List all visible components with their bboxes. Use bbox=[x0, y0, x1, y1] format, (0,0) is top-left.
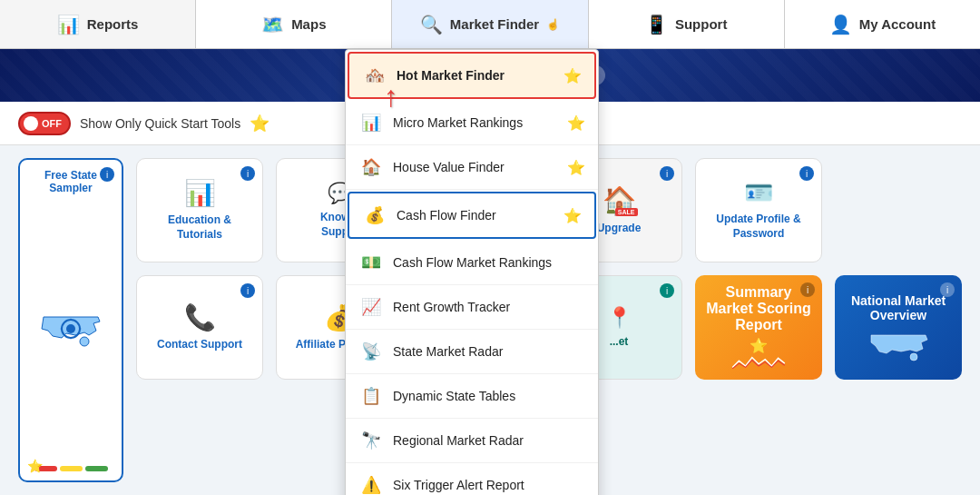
card-free-state-sampler[interactable]: i Free State Sampler ⭐ bbox=[18, 158, 123, 482]
sale-badge: SALE bbox=[615, 208, 638, 216]
six-trigger-icon: ⚠️ bbox=[358, 472, 384, 495]
cursor-icon: ☝ bbox=[546, 18, 560, 31]
market-tool-icon: 📍 bbox=[607, 306, 632, 330]
summary-info-icon[interactable]: i bbox=[800, 282, 815, 297]
dropdown-label-cash-flow-rankings: Cash Flow Market Rankings bbox=[393, 255, 552, 270]
nav-tab-market-finder[interactable]: 🔍 Market Finder ☝ bbox=[392, 0, 588, 48]
summary-star: ⭐ bbox=[750, 337, 768, 354]
svg-point-2 bbox=[66, 324, 75, 333]
rent-growth-icon: 📈 bbox=[358, 294, 384, 320]
dropdown-item-house-value-finder[interactable]: 🏠 House Value Finder ⭐ bbox=[346, 145, 598, 190]
nav-tab-maps[interactable]: 🗺️ Maps bbox=[196, 0, 392, 48]
national-map-svg bbox=[867, 326, 930, 362]
market-finder-dropdown: 🏘️ Hot Market Finder ⭐ 📊 Micro Market Ra… bbox=[345, 49, 599, 495]
nav-label-market-finder: Market Finder bbox=[450, 16, 539, 32]
red-arrow-indicator: ↑ bbox=[384, 80, 398, 114]
cash-flow-rankings-icon: 💵 bbox=[358, 250, 384, 275]
cash-flow-finder-icon: 💰 bbox=[362, 203, 387, 228]
fss-color-bars bbox=[34, 466, 108, 471]
dropdown-label-hot-market-finder: Hot Market Finder bbox=[397, 68, 505, 83]
dropdown-label-house-value: House Value Finder bbox=[393, 160, 505, 174]
toggle-wrap: OFF Show Only Quick Start Tools ⭐ bbox=[18, 112, 270, 135]
dropdown-label-regional-market: Regional Market Radar bbox=[393, 433, 524, 448]
dropdown-item-rent-growth-tracker[interactable]: 📈 Rent Growth Tracker bbox=[346, 285, 598, 330]
dropdown-item-state-market-radar[interactable]: 📡 State Market Radar bbox=[346, 330, 598, 374]
card-summary-market-scoring[interactable]: i Summary Market Scoring Report ⭐ bbox=[695, 275, 822, 380]
education-info-icon[interactable]: i bbox=[240, 166, 255, 181]
bar-green bbox=[85, 466, 108, 471]
dropdown-item-six-trigger[interactable]: ⚠️ Six Trigger Alert Report bbox=[346, 463, 598, 495]
national-title: National Market Overview bbox=[844, 293, 953, 322]
cash-flow-finder-star: ⭐ bbox=[564, 207, 582, 224]
card-update-profile[interactable]: i 🪪 Update Profile & Password bbox=[695, 158, 822, 262]
quick-start-toggle[interactable]: OFF bbox=[18, 112, 71, 135]
contact-support-icon: 📞 bbox=[184, 302, 216, 332]
hot-market-finder-star: ⭐ bbox=[564, 67, 582, 84]
dropdown-label-micro-market: Micro Market Rankings bbox=[393, 115, 523, 130]
nav-tab-my-account[interactable]: 👤 My Account bbox=[785, 0, 980, 48]
summary-title: Summary Market Scoring Report bbox=[704, 284, 813, 333]
svg-point-3 bbox=[910, 353, 917, 361]
dropdown-item-regional-market-radar[interactable]: 🔭 Regional Market Radar bbox=[346, 419, 598, 463]
update-profile-info-icon[interactable]: i bbox=[799, 166, 814, 181]
national-info-icon[interactable]: i bbox=[940, 282, 955, 297]
nav-tab-reports[interactable]: 📊 Reports bbox=[0, 0, 196, 48]
card-national-market-overview[interactable]: i National Market Overview bbox=[835, 275, 962, 380]
card-education-tutorials[interactable]: i 📊 Education & Tutorials bbox=[136, 158, 263, 262]
fss-star: ⭐ bbox=[27, 459, 43, 473]
quick-start-star: ⭐ bbox=[250, 114, 270, 134]
bar-yellow bbox=[60, 466, 83, 471]
dynamic-state-icon: 📋 bbox=[358, 383, 384, 409]
house-value-icon: 🏠 bbox=[358, 154, 384, 180]
fss-info-icon[interactable]: i bbox=[100, 167, 114, 182]
support-icon: 📱 bbox=[645, 14, 668, 35]
regional-market-icon: 🔭 bbox=[358, 428, 384, 453]
dropdown-item-cash-flow-market-rankings[interactable]: 💵 Cash Flow Market Rankings bbox=[346, 241, 598, 285]
fss-map-svg bbox=[34, 303, 107, 353]
market-finder-icon: 🔍 bbox=[420, 14, 443, 35]
dropdown-label-cash-flow-finder: Cash Flow Finder bbox=[397, 208, 496, 223]
toggle-off-label: OFF bbox=[42, 118, 62, 129]
contact-support-info-icon[interactable]: i bbox=[240, 283, 255, 298]
maps-icon: 🗺️ bbox=[261, 14, 284, 35]
nav-bar: 📊 Reports 🗺️ Maps 🔍 Market Finder ☝ 📱 Su… bbox=[0, 0, 980, 49]
market-tool-title: ...et bbox=[610, 335, 629, 350]
micro-market-star: ⭐ bbox=[567, 114, 585, 132]
nav-label-maps: Maps bbox=[291, 16, 326, 32]
contact-support-title: Contact Support bbox=[157, 338, 242, 352]
state-market-radar-icon: 📡 bbox=[358, 339, 384, 364]
house-value-star: ⭐ bbox=[567, 159, 585, 176]
education-title: Education & Tutorials bbox=[146, 213, 253, 242]
market-tool-info-icon[interactable]: i bbox=[660, 283, 674, 298]
my-account-icon: 👤 bbox=[829, 14, 852, 35]
dropdown-label-rent-growth: Rent Growth Tracker bbox=[393, 300, 510, 314]
update-profile-title: Update Profile & Password bbox=[705, 213, 812, 241]
summary-chart bbox=[722, 354, 795, 371]
dropdown-item-dynamic-state-tables[interactable]: 📋 Dynamic State Tables bbox=[346, 374, 598, 419]
upgrade-title: Upgrade bbox=[597, 222, 642, 236]
dropdown-item-cash-flow-finder[interactable]: 💰 Cash Flow Finder ⭐ bbox=[348, 192, 596, 239]
update-profile-icon: 🪪 bbox=[744, 179, 773, 207]
nav-label-support: Support bbox=[675, 16, 728, 32]
svg-point-0 bbox=[80, 337, 89, 346]
micro-market-icon: 📊 bbox=[358, 110, 384, 135]
upgrade-house-wrap: 🏠 SALE bbox=[603, 184, 636, 216]
dropdown-label-dynamic-state: Dynamic State Tables bbox=[393, 389, 515, 403]
upgrade-info-icon[interactable]: i bbox=[660, 166, 674, 181]
nav-label-reports: Reports bbox=[87, 16, 139, 32]
reports-icon: 📊 bbox=[57, 14, 80, 35]
nav-tab-support[interactable]: 📱 Support bbox=[589, 0, 785, 48]
nav-label-my-account: My Account bbox=[859, 16, 936, 32]
card-contact-support[interactable]: i 📞 Contact Support bbox=[136, 275, 263, 380]
toggle-text: Show Only Quick Start Tools bbox=[80, 116, 240, 131]
education-icon: 📊 bbox=[184, 178, 216, 208]
dropdown-label-state-market-radar: State Market Radar bbox=[393, 344, 503, 359]
toggle-knob bbox=[24, 116, 38, 131]
dropdown-label-six-trigger: Six Trigger Alert Report bbox=[393, 478, 524, 492]
